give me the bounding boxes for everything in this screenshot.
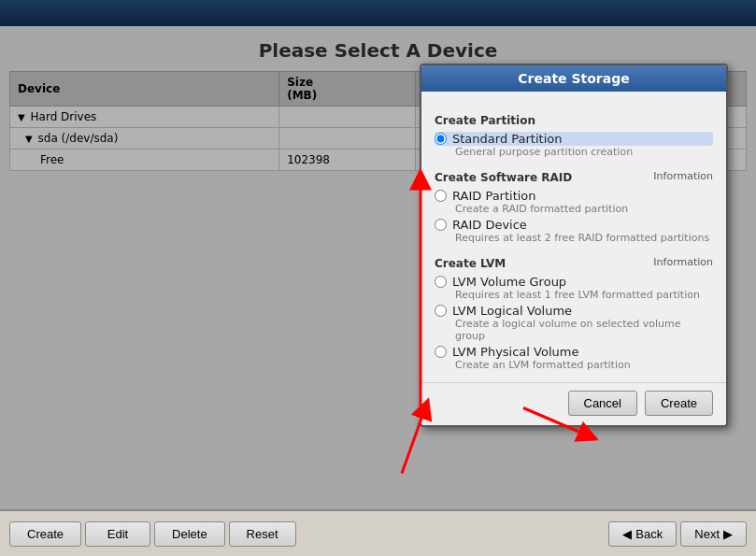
section-partition-label: Create Partition bbox=[435, 114, 535, 127]
section-lvm-info: Information bbox=[653, 256, 713, 268]
lvm-logical-volume-desc: Create a logical volume on selected volu… bbox=[435, 318, 713, 342]
section-raid-info: Information bbox=[653, 170, 713, 182]
radio-lvm-logical-volume[interactable] bbox=[435, 305, 447, 317]
raid-partition-desc: Create a RAID formatted partition bbox=[435, 203, 713, 215]
section-lvm-label: Create LVM bbox=[435, 257, 506, 270]
dialog-cancel-button[interactable]: Cancel bbox=[568, 391, 637, 416]
dialog-footer: Cancel Create bbox=[421, 382, 726, 425]
section-lvm-header: Create LVM Information bbox=[435, 251, 713, 272]
lvm-physical-volume-desc: Create an LVM formatted partition bbox=[435, 359, 713, 371]
main-area: Please Select A Device Device Size(MB) M… bbox=[0, 26, 756, 509]
back-label: Back bbox=[635, 527, 663, 541]
section-raid-header: Create Software RAID Information bbox=[435, 165, 713, 186]
lvm-logical-volume-label: LVM Logical Volume bbox=[452, 304, 572, 318]
top-bar bbox=[0, 0, 756, 26]
radio-raid-device[interactable] bbox=[435, 219, 447, 231]
raid-device-desc: Requires at least 2 free RAID formatted … bbox=[435, 232, 713, 244]
create-button[interactable]: Create bbox=[9, 521, 81, 547]
reset-button[interactable]: Reset bbox=[229, 521, 296, 547]
option-raid-device-row[interactable]: RAID Device bbox=[435, 218, 713, 232]
create-storage-dialog: Create Storage Create Partition Standard… bbox=[420, 64, 728, 427]
raid-device-label: RAID Device bbox=[452, 218, 527, 232]
dialog-title: Create Storage bbox=[421, 65, 726, 92]
next-icon: ▶ bbox=[723, 527, 733, 541]
next-button[interactable]: Next ▶ bbox=[680, 521, 747, 547]
radio-standard-partition[interactable] bbox=[435, 133, 447, 145]
lvm-volume-group-desc: Requires at least 1 free LVM formatted p… bbox=[435, 289, 713, 301]
radio-lvm-physical-volume[interactable] bbox=[435, 346, 447, 358]
back-button[interactable]: ◀ Back bbox=[608, 521, 677, 547]
edit-button[interactable]: Edit bbox=[85, 521, 150, 547]
dialog-create-button[interactable]: Create bbox=[645, 391, 713, 416]
option-lvm-logical-volume-row[interactable]: LVM Logical Volume bbox=[435, 304, 713, 318]
option-lvm-volume-group-row[interactable]: LVM Volume Group bbox=[435, 275, 713, 289]
toolbar-right-buttons: ◀ Back Next ▶ bbox=[608, 521, 747, 547]
standard-partition-desc: General purpose partition creation bbox=[435, 146, 713, 158]
option-standard-partition-row[interactable]: Standard Partition bbox=[435, 132, 713, 146]
toolbar-left-buttons: Create Edit Delete Reset bbox=[9, 521, 296, 547]
section-raid-label: Create Software RAID bbox=[435, 171, 572, 184]
dialog-body: Create Partition Standard Partition Gene… bbox=[421, 92, 726, 382]
raid-partition-label: RAID Partition bbox=[452, 189, 536, 203]
option-lvm-physical-volume-row[interactable]: LVM Physical Volume bbox=[435, 345, 713, 359]
back-icon: ◀ bbox=[622, 527, 632, 541]
lvm-physical-volume-label: LVM Physical Volume bbox=[452, 345, 578, 359]
option-raid-partition-row[interactable]: RAID Partition bbox=[435, 189, 713, 203]
bottom-toolbar: Create Edit Delete Reset ◀ Back Next ▶ bbox=[0, 509, 756, 556]
lvm-volume-group-label: LVM Volume Group bbox=[452, 275, 566, 289]
delete-button[interactable]: Delete bbox=[154, 521, 225, 547]
standard-partition-label: Standard Partition bbox=[452, 132, 562, 146]
section-partition-header: Create Partition bbox=[435, 108, 713, 129]
radio-lvm-volume-group[interactable] bbox=[435, 276, 447, 288]
modal-overlay: Create Storage Create Partition Standard… bbox=[0, 26, 756, 509]
radio-raid-partition[interactable] bbox=[435, 190, 447, 202]
next-label: Next bbox=[694, 527, 720, 541]
